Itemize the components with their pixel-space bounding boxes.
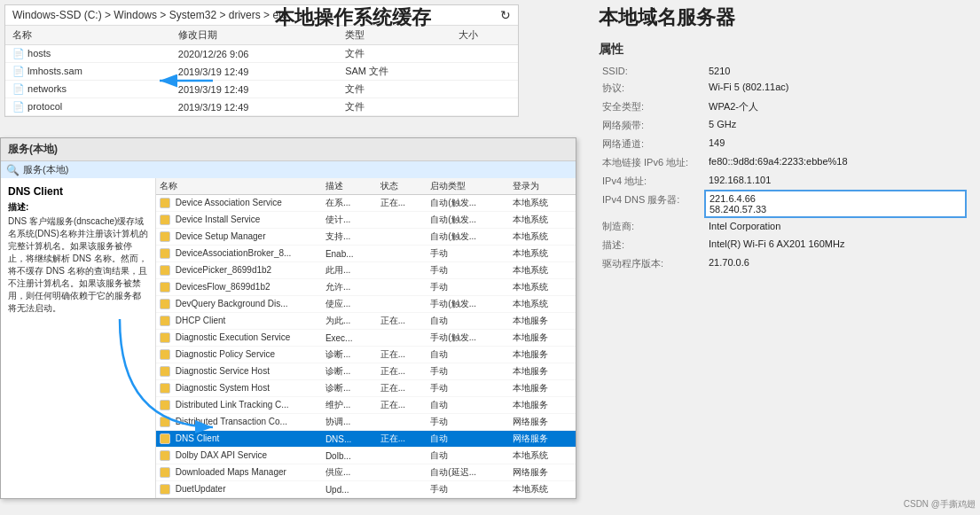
file-size [451,63,518,81]
prop-value: 5 GHz [705,116,966,135]
prop-label: 制造商: [599,217,705,236]
svc-login: 本地系统 [509,481,576,498]
svc-desc: Upd... [322,481,377,498]
service-row[interactable]: DNS Client DNS... 正在... 自动 网络服务 [156,431,576,448]
prop-label: 安全类型: [599,98,705,116]
svc-name: Diagnostic Policy Service [156,347,322,363]
service-row[interactable]: Device Setup Manager 支持... 自动(触发... 本地系统 [156,229,576,246]
file-size [451,98,518,116]
property-row: SSID: 5210 [599,63,966,79]
svc-startup: 手动 [427,262,509,279]
service-row[interactable]: DHCP Client 为此... 正在... 自动 本地服务 [156,313,576,330]
file-row[interactable]: 📄 hosts 2020/12/26 9:06 文件 [5,45,518,63]
svc-name: DHCP Client [156,313,322,330]
svc-col-name: 名称 [156,178,322,195]
service-row[interactable]: DuetUpdater Upd... 手动 本地系统 [156,481,576,498]
service-row[interactable]: Distributed Link Tracking C... 维护... 正在.… [156,397,576,414]
service-icon [160,450,170,461]
svc-login: 本地服务 [509,363,576,380]
file-icon: 📄 [12,83,25,94]
svc-login: 本地系统 [509,195,576,212]
prop-value: 221.6.4.66 58.240.57.33 [705,191,966,217]
svc-desc: 使应... [322,296,377,313]
service-row[interactable]: DeviceAssociationBroker_8... Enab... 手动 … [156,246,576,262]
service-icon [160,417,170,427]
svc-startup: 手动(触发... [427,296,509,313]
service-icon [160,400,170,410]
svc-status [377,481,427,498]
service-row[interactable]: DevQuery Background Dis... 使应... 手动(触发..… [156,296,576,313]
file-row[interactable]: 📄 lmhosts.sam 2019/3/19 12:49 SAM 文件 [5,63,518,81]
svc-desc: 此用... [322,262,377,279]
svc-name: DNS Client [156,431,322,448]
search-text: 服务(本地) [23,163,68,176]
service-row[interactable]: Diagnostic Execution Service Exec... 手动(… [156,330,576,347]
svc-name: DevQuery Background Dis... [156,296,322,313]
svc-login: 本地服务 [509,347,576,363]
property-row: 安全类型: WPA2-个人 [599,98,966,116]
service-row[interactable]: DevicesFlow_8699d1b2 允许... 手动 本地系统 [156,279,576,296]
svc-startup: 手动 [427,414,509,431]
service-icon [160,198,170,208]
prop-value: 192.168.1.101 [705,172,966,191]
service-icon [160,215,170,225]
svc-col-status: 状态 [377,178,427,195]
svc-name: Diagnostic System Host [156,380,322,397]
refresh-icon[interactable]: ↻ [500,8,511,22]
svc-status: 正在... [377,363,427,380]
service-row[interactable]: Device Association Service 在系... 正在... 自… [156,195,576,212]
svc-login: 本地系统 [509,246,576,262]
service-row[interactable]: DevicePicker_8699d1b2 此用... 手动 本地系统 [156,262,576,279]
prop-label: IPv4 DNS 服务器: [599,191,705,217]
prop-label: SSID: [599,63,705,79]
svc-startup: 自动 [427,347,509,363]
svc-login: 本地系统 [509,262,576,279]
service-icon [160,467,170,478]
svc-col-login: 登录为 [509,178,576,195]
svc-status [377,330,427,347]
search-icon: 🔍 [6,164,20,176]
svc-startup: 自动 [427,431,509,448]
svc-desc: 在系... [322,195,377,212]
svc-startup: 自动(触发... [427,195,509,212]
svc-login: 本地系统 [509,212,576,229]
dns-info-panel: DNS Client 描述: DNS 客户端服务(dnscache)缓存域名系统… [1,178,156,498]
svc-desc: Enab... [322,246,377,262]
svc-desc: 诊断... [322,363,377,380]
svc-col-startup: 启动类型 [427,178,509,195]
svc-startup: 手动 [427,246,509,262]
service-row[interactable]: Downloaded Maps Manager 供应... 自动(延迟... 网… [156,464,576,481]
svc-desc: Exec... [322,330,377,347]
svc-startup: 手动(触发... [427,330,509,347]
watermark: CSDN @手撕鸡翅 [904,498,976,511]
file-date: 2019/3/19 12:49 [171,63,338,81]
property-row: 网络频带: 5 GHz [599,116,966,135]
svc-name: Diagnostic Execution Service [156,330,322,347]
service-row[interactable]: Device Install Service 使计... 自动(触发... 本地… [156,212,576,229]
service-row[interactable]: Diagnostic Policy Service 诊断... 正在... 自动… [156,347,576,363]
search-bar: 🔍 服务(本地) [1,161,576,178]
service-row[interactable]: Diagnostic Service Host 诊断... 正在... 手动 本… [156,363,576,380]
svc-status: 正在... [377,195,427,212]
svc-desc: DNS... [322,431,377,448]
file-table: 名称 修改日期 类型 大小 📄 hosts 2020/12/26 9:06 文件… [5,26,518,116]
svc-login: 网络服务 [509,464,576,481]
svc-status [377,229,427,246]
service-row[interactable]: Dolby DAX API Service Dolb... 自动 本地系统 [156,448,576,464]
service-row[interactable]: Distributed Transaction Co... 协调... 手动 网… [156,414,576,431]
service-icon [160,265,170,276]
prop-value: Wi-Fi 5 (802.11ac) [705,79,966,98]
property-row: 描述: Intel(R) Wi-Fi 6 AX201 160MHz [599,236,966,254]
service-row[interactable]: Diagnostic System Host 诊断... 正在... 手动 本地… [156,380,576,397]
svc-name: Device Setup Manager [156,229,322,246]
svc-desc: 维护... [322,397,377,414]
svc-status: 正在... [377,347,427,363]
services-window: 服务(本地) 🔍 服务(本地) DNS Client 描述: DNS 客户端服务… [0,137,576,499]
file-name: 📄 lmhosts.sam [5,63,171,81]
dns-server-title: 本地域名服务器 [599,4,967,31]
svc-name: Downloaded Maps Manager [156,464,322,481]
file-row[interactable]: 📄 protocol 2019/3/19 12:49 文件 [5,98,518,116]
file-icon: 📄 [12,48,25,59]
file-row[interactable]: 📄 networks 2019/3/19 12:49 文件 [5,81,518,98]
file-date: 2019/3/19 12:49 [171,81,338,98]
